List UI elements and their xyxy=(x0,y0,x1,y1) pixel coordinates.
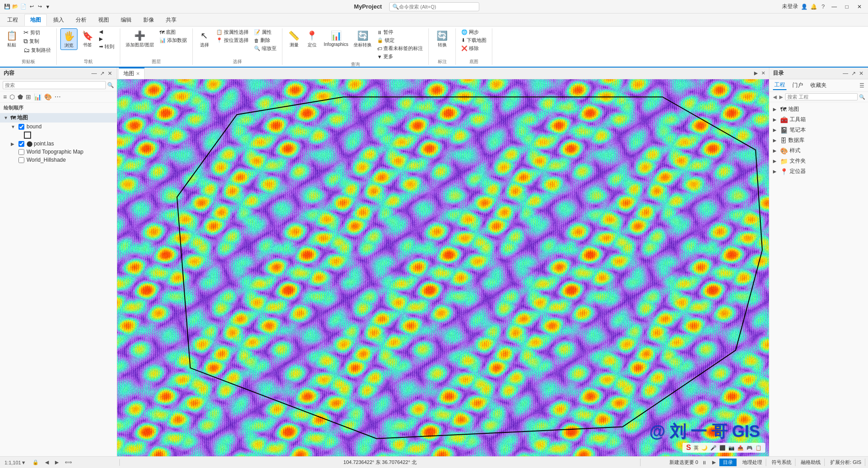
browse-button[interactable]: 🖐 浏览 xyxy=(60,28,77,50)
polygon-btn[interactable]: ⬟ xyxy=(17,93,23,101)
pause-button[interactable]: ⏸暂停 xyxy=(375,28,425,36)
layer-item-bound[interactable]: ▼ bound xyxy=(0,123,117,131)
paste-button[interactable]: 📋 粘贴 xyxy=(4,28,20,49)
map-canvas[interactable]: @ 刘 一 哥 GIS S 英 🌙 🎤 ⬛ 📷 📤 🎮 📋 xyxy=(117,79,769,456)
catalog-styles-expand[interactable]: ▶ xyxy=(773,148,778,153)
goto-xy-button[interactable]: ➡转到 xyxy=(97,43,116,50)
catalog-item-notebook[interactable]: ▶ 📓 笔记本 xyxy=(769,125,868,135)
lock-button[interactable]: 🔒锁定 xyxy=(375,36,425,44)
close-button[interactable]: ✕ xyxy=(854,2,864,12)
add-layer-button[interactable]: ➕ 添加图层/图层 xyxy=(124,28,156,49)
panel-close-btn[interactable]: ✕ xyxy=(107,70,113,77)
minimize-button[interactable]: — xyxy=(829,2,839,12)
catalog-forward-btn[interactable]: ▶ xyxy=(778,94,784,100)
copy-path-button[interactable]: 🗂复制路径 xyxy=(22,46,53,54)
panel-minimize-btn[interactable]: — xyxy=(91,70,98,77)
tab-imagery[interactable]: 影像 xyxy=(138,14,159,26)
undo-icon[interactable]: ↩ xyxy=(28,3,35,10)
pause-render-btn[interactable]: ⏸ xyxy=(700,459,709,466)
layer-item-hillshade[interactable]: ▶ World_Hillshade xyxy=(0,156,117,164)
table-btn[interactable]: ⊞ xyxy=(25,93,32,101)
catalog-item-folder[interactable]: ▶ 📁 文件夹 xyxy=(769,156,868,166)
cut-button[interactable]: ✂剪切 xyxy=(22,28,53,36)
select-button[interactable]: ↖ 选择 xyxy=(196,28,213,49)
catalog-db-expand[interactable]: ▶ xyxy=(773,138,778,143)
more-query-button[interactable]: ▼更多 xyxy=(375,53,425,60)
panel-float-btn[interactable]: ↗ xyxy=(99,70,105,77)
scale-lock-btn[interactable]: 🔒 xyxy=(31,459,41,466)
catalog-float-btn[interactable]: ↗ xyxy=(850,70,857,77)
attributes-button[interactable]: 📝属性 xyxy=(252,28,278,36)
pointlas-checkbox[interactable] xyxy=(18,141,24,147)
catalog-tab-project[interactable]: 工程 xyxy=(773,81,786,90)
tab-map[interactable]: 地图 xyxy=(24,14,47,26)
copy-button[interactable]: ⧉复制 xyxy=(22,37,53,45)
catalog-item-locator[interactable]: ▶ 📍 定位器 xyxy=(769,166,868,177)
add-data-button[interactable]: 📊添加数据 xyxy=(158,36,189,44)
remove-button[interactable]: ❌移除 xyxy=(459,45,488,52)
catalog-item-map[interactable]: ▶ 🗺 地图 xyxy=(769,104,868,114)
infographics-button[interactable]: 📊 Infographics xyxy=(322,28,350,48)
download-map-button[interactable]: ⬇下载地图 xyxy=(459,36,488,44)
bound-checkbox[interactable] xyxy=(18,124,24,130)
map-expand-icon[interactable]: ▼ xyxy=(4,115,9,120)
locate-button[interactable]: 📍 定位 xyxy=(304,28,320,49)
map-close-all-btn[interactable]: ✕ xyxy=(759,70,767,76)
sync-button[interactable]: 🌐网步 xyxy=(459,28,488,36)
more-icon[interactable]: ▼ xyxy=(44,3,51,10)
chart-btn[interactable]: 📊 xyxy=(33,93,42,101)
redo-icon[interactable]: ↪ xyxy=(36,3,43,10)
tab-insert[interactable]: 插入 xyxy=(48,14,69,26)
delete-button[interactable]: 🗑删除 xyxy=(252,36,278,44)
catalog-map-expand[interactable]: ▶ xyxy=(773,107,778,112)
coord-convert-button[interactable]: 🔄 坐标转换 xyxy=(352,28,373,49)
layer-search-button[interactable]: 🔍 xyxy=(107,82,114,88)
catalog-tab-favorites[interactable]: 收藏夹 xyxy=(809,81,828,90)
catalog-item-toolbox[interactable]: ▶ 🧰 工具箱 xyxy=(769,114,868,125)
user-icon[interactable]: 👤 xyxy=(801,4,808,10)
tab-project[interactable]: 工程 xyxy=(2,14,23,26)
render-progress-btn[interactable]: ▶ xyxy=(710,459,718,466)
status-tab-geoprocessing[interactable]: 地理处理 xyxy=(739,459,766,466)
tab-view[interactable]: 视图 xyxy=(93,14,114,26)
catalog-toolbox-expand[interactable]: ▶ xyxy=(773,117,778,122)
hillshade-checkbox[interactable] xyxy=(18,157,24,163)
layer-item-map[interactable]: ▼ 🗺 地图 xyxy=(0,113,117,123)
worldtopo-checkbox[interactable] xyxy=(18,149,24,155)
map-nav-next[interactable]: ▶ xyxy=(53,459,60,466)
catalog-min-btn[interactable]: — xyxy=(842,70,849,77)
convert-label-button[interactable]: 🔄 转换 xyxy=(434,28,450,49)
catalog-search-box[interactable] xyxy=(785,93,858,100)
save-icon[interactable]: 💾 xyxy=(4,3,11,10)
status-tab-symbology[interactable]: 符号系统 xyxy=(768,459,795,466)
status-tab-gridlines[interactable]: 融格助线 xyxy=(797,459,825,466)
catalog-tab-portal[interactable]: 门户 xyxy=(791,81,804,90)
status-tab-catalog[interactable]: 目录 xyxy=(719,459,737,466)
map-zoom-slider[interactable]: ⟺ xyxy=(63,459,74,466)
map-expand-btn[interactable]: ▶ xyxy=(752,70,759,76)
catalog-item-database[interactable]: ▶ 🗄 数据库 xyxy=(769,135,868,145)
bound-expand-icon[interactable]: ▼ xyxy=(11,124,16,129)
command-search-input[interactable] xyxy=(399,4,471,9)
command-search[interactable]: 🔍 xyxy=(389,2,479,11)
basemap-button[interactable]: 🗺底图 xyxy=(158,28,189,36)
layer-item-bound-symbol[interactable]: ▶ xyxy=(0,131,117,140)
scale-dropdown[interactable]: 1:1,101▼ xyxy=(3,459,28,466)
catalog-menu-btn[interactable]: ☰ xyxy=(859,82,864,89)
map-tab[interactable]: 地图 ✕ xyxy=(119,68,145,79)
catalog-item-styles[interactable]: ▶ 🎨 样式 xyxy=(769,145,868,156)
view-labels-button[interactable]: 🏷查看未标签的标注 xyxy=(375,45,425,52)
layer-item-worldtopo[interactable]: ▶ World Topographic Map xyxy=(0,148,117,156)
measure-button[interactable]: 📏 测量 xyxy=(286,28,302,49)
tab-edit[interactable]: 编辑 xyxy=(115,14,137,26)
forward-button[interactable]: ▶ xyxy=(97,36,116,42)
select-by-attr-button[interactable]: 📋按属性选择 xyxy=(214,28,250,36)
pointlas-expand-icon[interactable]: ▶ xyxy=(11,141,16,146)
open-icon[interactable]: 📂 xyxy=(12,3,19,10)
catalog-locator-expand[interactable]: ▶ xyxy=(773,169,778,174)
catalog-back-btn[interactable]: ◀ xyxy=(772,94,777,100)
bookmark-button[interactable]: 🔖 书签 xyxy=(79,28,95,49)
catalog-search-input[interactable] xyxy=(787,94,855,100)
notification-icon[interactable]: 🔔 xyxy=(810,4,817,10)
layer-item-pointlas[interactable]: ▶ ⬤ point.las xyxy=(0,140,117,148)
